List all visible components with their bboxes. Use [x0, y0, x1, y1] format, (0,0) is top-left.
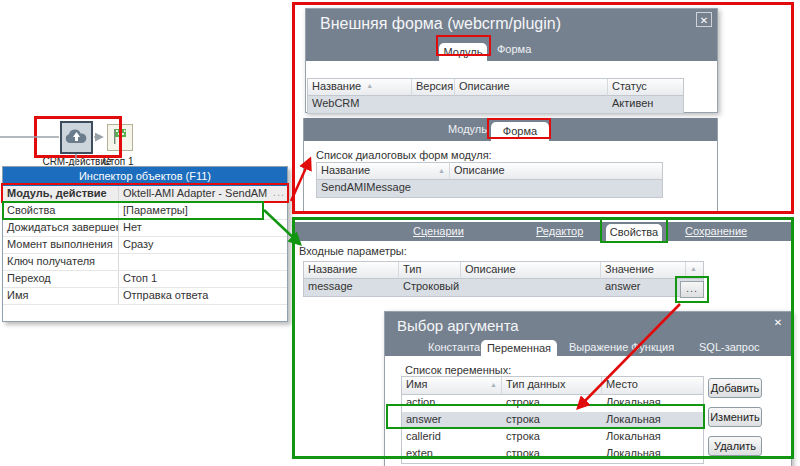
dialog-header[interactable]: Выбор аргумента ✕ — [385, 312, 791, 339]
close-icon[interactable]: ✕ — [696, 12, 712, 27]
table-header-row: Имя▲ Тип данных Место — [402, 377, 703, 395]
column-header-datatype[interactable]: Тип данных — [502, 377, 602, 395]
property-value[interactable] — [119, 254, 287, 270]
property-name: Ключ получателя — [3, 254, 119, 270]
inspector-row[interactable]: Имя Отправка ответа — [3, 288, 287, 305]
table-header-row: Название▲ Описание — [317, 163, 662, 180]
tab-form[interactable]: Форма — [491, 122, 549, 141]
cell-type: строка — [502, 429, 602, 446]
more-options-icon[interactable]: ... — [273, 186, 285, 198]
edit-button[interactable]: Изменить — [708, 407, 762, 427]
property-value[interactable]: Сразу — [119, 237, 287, 253]
dialog-header[interactable]: Внешняя форма (webcrm/plugin) ✕ — [306, 9, 717, 39]
sort-asc-icon: ▲ — [366, 82, 373, 89]
table-row-action[interactable]: action строка Локальная — [402, 395, 703, 412]
stop-node[interactable] — [107, 124, 133, 151]
column-header-type[interactable]: Тип — [399, 262, 461, 279]
sort-column-header[interactable]: ▲ — [686, 262, 703, 279]
sort-asc-icon: ▲ — [438, 167, 445, 174]
column-header-name[interactable]: Название▲ — [308, 79, 412, 96]
tab-constant[interactable]: Константа — [428, 341, 480, 353]
inspector-row[interactable]: Дожидаться завершения Нет — [3, 220, 287, 237]
property-name: Переход — [3, 271, 119, 287]
tab-expression[interactable]: Выражение — [569, 341, 628, 353]
cell-type: строка — [502, 412, 602, 429]
column-header-description[interactable]: Описание — [450, 163, 662, 180]
dialog-title: Выбор аргумента — [385, 312, 791, 334]
argument-dialog: Выбор аргумента ✕ Константа Переменная В… — [384, 311, 792, 466]
finish-flag-icon — [111, 127, 129, 148]
table-row-answer[interactable]: answer строка Локальная — [402, 412, 703, 429]
screen: CRM-действие Стоп 1 Инспектор объектов (… — [0, 0, 800, 466]
delete-button[interactable]: Удалить — [708, 436, 762, 456]
form-list-section: Модуль Форма Список диалоговых форм моду… — [303, 118, 718, 213]
column-header-status[interactable]: Статус — [608, 79, 683, 96]
cell-name: SendAMIMessage — [317, 180, 450, 197]
cell-name: exten — [402, 446, 502, 463]
table-row-callerid[interactable]: callerid строка Локальная — [402, 429, 703, 446]
input-params-label: Входные параметры: — [299, 245, 407, 257]
cell-description — [450, 180, 662, 197]
cell-name: message — [304, 279, 399, 296]
tab-properties[interactable]: Свойства — [606, 224, 662, 241]
column-header-name[interactable]: Имя▲ — [402, 377, 502, 395]
external-form-dialog: Внешняя форма (webcrm/plugin) ✕ Модуль Ф… — [305, 8, 718, 113]
argument-tabbar: Константа Переменная Выражение Функция S… — [385, 339, 791, 356]
tab-module[interactable]: Модуль — [448, 123, 487, 135]
cell-name: answer — [402, 412, 502, 429]
object-inspector-panel: Инспектор объектов (F11) Модуль, действи… — [2, 166, 288, 322]
column-header-place[interactable]: Место — [602, 377, 703, 395]
table-row-exten[interactable]: exten строка Локальная — [402, 446, 703, 463]
table-row-message[interactable]: message Строковый answer — [304, 279, 703, 296]
variables-list-label: Список переменных: — [405, 364, 791, 376]
column-header-version[interactable]: Версия — [412, 79, 455, 96]
table-header-row: Название Тип Описание Значение ▲ — [304, 262, 703, 279]
cell-value: answer — [601, 279, 686, 296]
column-header-name[interactable]: Название▲ — [317, 163, 450, 180]
cell-description — [461, 279, 601, 296]
inspector-row[interactable]: Ключ получателя — [3, 254, 287, 271]
cell-place: Локальная — [602, 429, 703, 446]
table-row-sendamimessage[interactable]: SendAMIMessage — [317, 180, 662, 197]
inspector-title[interactable]: Инспектор объектов (F11) — [3, 167, 287, 186]
crm-action-node[interactable] — [60, 121, 93, 154]
property-value[interactable]: [Параметры] — [119, 203, 287, 219]
property-value[interactable]: Отправка ответа — [119, 288, 287, 304]
property-name: Момент выполнения — [3, 237, 119, 253]
cell-description — [455, 96, 608, 113]
variables-table: Имя▲ Тип данных Место action строка Лока… — [401, 376, 704, 464]
property-value[interactable]: Нет — [119, 220, 287, 236]
tab-function[interactable]: Функция — [631, 341, 674, 353]
tab-editor[interactable]: Редактор — [536, 225, 583, 237]
property-value[interactable]: Стоп 1 — [119, 271, 287, 287]
column-header-name[interactable]: Название — [304, 262, 399, 279]
cell-status: Активен — [608, 96, 683, 113]
inspector-row-properties[interactable]: Свойства [Параметры] — [3, 203, 287, 220]
column-header-description[interactable]: Описание — [461, 262, 601, 279]
value-more-button[interactable]: ... — [680, 281, 704, 298]
property-name: Модуль, действие — [3, 186, 119, 202]
modules-table: Название▲ Версия Описание Статус WebCRM … — [307, 78, 684, 114]
forms-table: Название▲ Описание SendAMIMessage — [316, 162, 663, 198]
form-list-label: Список диалоговых форм модуля: — [316, 149, 717, 161]
column-header-description[interactable]: Описание — [455, 79, 608, 96]
tab-form[interactable]: Форма — [497, 43, 531, 55]
cell-name: callerid — [402, 429, 502, 446]
tab-sql-query[interactable]: SQL-запрос — [699, 341, 760, 353]
table-row-webcrm[interactable]: WebCRM Активен — [308, 96, 683, 113]
cloud-upload-icon — [64, 127, 89, 149]
inspector-row[interactable]: Момент выполнения Сразу — [3, 237, 287, 254]
tab-save[interactable]: Сохранение — [685, 225, 747, 237]
property-name: Свойства — [3, 203, 119, 219]
cell-version — [412, 96, 455, 113]
column-header-value[interactable]: Значение — [601, 262, 686, 279]
tab-variable[interactable]: Переменная — [481, 340, 557, 356]
tab-scenarios[interactable]: Сценарии — [413, 225, 464, 237]
add-button[interactable]: Добавить — [708, 378, 762, 398]
inspector-row[interactable]: Переход Стоп 1 — [3, 271, 287, 288]
property-value[interactable]: Oktell-AMI Adapter - SendAM ... — [119, 186, 287, 202]
tab-module[interactable]: Модуль — [439, 43, 487, 61]
cell-type: строка — [502, 446, 602, 463]
inspector-row-module[interactable]: Модуль, действие Oktell-AMI Adapter - Se… — [3, 186, 287, 203]
close-icon[interactable]: ✕ — [770, 315, 786, 330]
